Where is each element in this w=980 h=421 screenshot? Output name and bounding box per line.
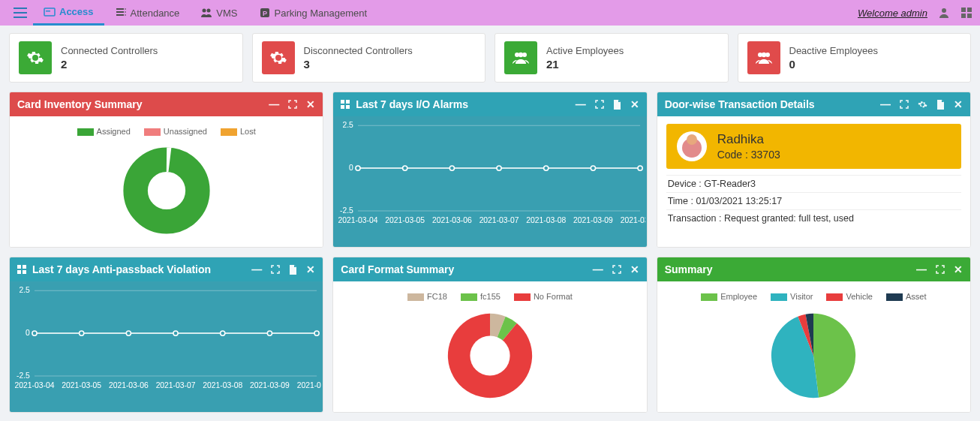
expand-icon[interactable] bbox=[612, 265, 621, 274]
svg-point-58 bbox=[314, 331, 319, 335]
svg-rect-8 bbox=[967, 8, 972, 12]
minimize-icon[interactable]: — bbox=[880, 98, 891, 110]
nav-tab-access[interactable]: Access bbox=[33, 0, 104, 26]
panel-title: Last 7 days Anti-passback Violation bbox=[32, 263, 211, 275]
close-icon[interactable]: ✕ bbox=[630, 98, 639, 110]
txn-device: Device : GT-Reader3 bbox=[666, 175, 961, 192]
document-icon[interactable] bbox=[289, 265, 297, 275]
svg-text:2021-03-08: 2021-03-08 bbox=[527, 216, 567, 224]
close-icon[interactable]: ✕ bbox=[306, 263, 315, 275]
svg-point-57 bbox=[267, 331, 272, 335]
minimize-icon[interactable]: — bbox=[269, 98, 279, 110]
chart-legend: FC18 fc155 No Format bbox=[342, 292, 637, 301]
panel-door-txn: Door-wise Transaction Details — ✕ Radhik… bbox=[657, 92, 971, 248]
minimize-icon[interactable]: — bbox=[251, 263, 262, 275]
svg-rect-9 bbox=[961, 14, 966, 18]
svg-text:0: 0 bbox=[26, 329, 30, 337]
svg-rect-10 bbox=[967, 14, 972, 18]
stat-active-employees: Active Employees 21 bbox=[495, 33, 729, 83]
minimize-icon[interactable]: — bbox=[576, 98, 586, 110]
menu-toggle-icon[interactable] bbox=[8, 8, 33, 18]
panel-io-alarms: Last 7 days I/O Alarms — ✕ -2.502.52021-… bbox=[332, 92, 647, 248]
close-icon[interactable]: ✕ bbox=[954, 98, 963, 110]
svg-text:2021-03-06: 2021-03-06 bbox=[432, 216, 472, 224]
stat-title: Active Employees bbox=[546, 45, 624, 56]
minimize-icon[interactable]: — bbox=[593, 263, 603, 275]
panel-title: Summary bbox=[665, 263, 713, 275]
svg-text:2021-03-09: 2021-03-09 bbox=[573, 216, 613, 224]
svg-point-3 bbox=[207, 9, 211, 13]
stat-connected-controllers: Connected Controllers 2 bbox=[9, 33, 243, 83]
avatar bbox=[677, 131, 707, 161]
svg-rect-45 bbox=[23, 270, 26, 274]
svg-text:2021-03-10: 2021-03-10 bbox=[621, 216, 645, 224]
svg-point-28 bbox=[356, 166, 360, 170]
panel-title: Last 7 days I/O Alarms bbox=[356, 98, 468, 110]
panel-title: Card Format Summary bbox=[341, 263, 454, 275]
panel-anti-passback: Last 7 days Anti-passback Violation — ✕ … bbox=[9, 257, 323, 413]
svg-text:2021-03-07: 2021-03-07 bbox=[479, 216, 519, 224]
stat-title: Deactive Employees bbox=[789, 45, 879, 56]
svg-text:2021-03-05: 2021-03-05 bbox=[386, 216, 425, 224]
svg-rect-20 bbox=[341, 105, 344, 109]
close-icon[interactable]: ✕ bbox=[306, 98, 315, 110]
pie-chart-summary bbox=[765, 307, 862, 404]
txn-name: Radhika bbox=[717, 132, 780, 147]
svg-rect-42 bbox=[17, 265, 21, 269]
expand-icon[interactable] bbox=[271, 265, 280, 274]
users-icon bbox=[504, 41, 537, 74]
line-chart-io-alarms: -2.502.52021-03-042021-03-052021-03-0620… bbox=[335, 119, 645, 228]
svg-point-66 bbox=[470, 336, 510, 376]
svg-rect-18 bbox=[341, 100, 344, 104]
svg-point-6 bbox=[942, 8, 946, 13]
gear-icon bbox=[262, 41, 295, 74]
svg-point-32 bbox=[544, 166, 549, 170]
transaction-card: Radhika Code : 33703 bbox=[666, 124, 961, 169]
txn-code: Code : 33703 bbox=[717, 149, 780, 161]
panel-title: Card Inventory Summary bbox=[17, 98, 143, 110]
welcome-text[interactable]: Welcome admin bbox=[858, 8, 927, 19]
svg-point-54 bbox=[126, 331, 131, 335]
svg-rect-0 bbox=[44, 8, 55, 16]
nav-tab-attendance[interactable]: Attendance bbox=[104, 0, 191, 26]
gear-icon[interactable] bbox=[918, 100, 927, 110]
document-icon[interactable] bbox=[613, 100, 621, 110]
svg-text:2021-03-04: 2021-03-04 bbox=[338, 216, 378, 224]
svg-point-29 bbox=[403, 166, 407, 170]
expand-icon[interactable] bbox=[900, 100, 909, 109]
dashboard-grid: Card Inventory Summary — ✕ Assigned Unas… bbox=[0, 83, 980, 421]
nav-tab-vms[interactable]: VMS bbox=[190, 0, 248, 26]
svg-text:2021-03-10: 2021-03-10 bbox=[297, 382, 322, 390]
donut-chart-card-format bbox=[441, 307, 539, 404]
svg-point-52 bbox=[32, 331, 37, 335]
close-icon[interactable]: ✕ bbox=[954, 263, 963, 275]
panel-card-inventory: Card Inventory Summary — ✕ Assigned Unas… bbox=[9, 92, 323, 248]
svg-text:-2.5: -2.5 bbox=[340, 206, 353, 215]
stat-deactive-employees: Deactive Employees 0 bbox=[738, 33, 972, 83]
chart-legend: Assigned Unassigned Lost bbox=[19, 127, 314, 136]
minimize-icon[interactable]: — bbox=[916, 263, 927, 275]
users-icon bbox=[747, 41, 780, 74]
svg-rect-43 bbox=[23, 265, 26, 269]
svg-rect-1 bbox=[46, 11, 50, 12]
close-icon[interactable]: ✕ bbox=[630, 263, 639, 275]
line-chart-anti-passback: -2.502.52021-03-042021-03-052021-03-0620… bbox=[11, 284, 321, 393]
document-icon[interactable] bbox=[936, 100, 945, 110]
user-icon[interactable] bbox=[938, 7, 950, 19]
stat-title: Disconnected Controllers bbox=[304, 45, 413, 56]
nav-tab-parking[interactable]: P Parking Management bbox=[248, 0, 378, 26]
apps-grid-icon[interactable] bbox=[960, 7, 972, 19]
svg-text:2021-03-09: 2021-03-09 bbox=[250, 382, 290, 390]
stats-row: Connected Controllers 2 Disconnected Con… bbox=[0, 26, 980, 83]
nav-tab-label: Access bbox=[59, 6, 94, 17]
nav-tab-label: Attendance bbox=[131, 8, 180, 19]
svg-text:2.5: 2.5 bbox=[343, 121, 354, 129]
expand-icon[interactable] bbox=[936, 265, 945, 274]
expand-icon[interactable] bbox=[595, 100, 604, 109]
svg-text:2021-03-08: 2021-03-08 bbox=[203, 382, 242, 390]
svg-point-55 bbox=[173, 331, 178, 335]
expand-icon[interactable] bbox=[288, 100, 297, 109]
svg-text:2021-03-06: 2021-03-06 bbox=[109, 382, 149, 390]
svg-text:0: 0 bbox=[349, 164, 353, 172]
stat-value: 21 bbox=[546, 58, 624, 71]
